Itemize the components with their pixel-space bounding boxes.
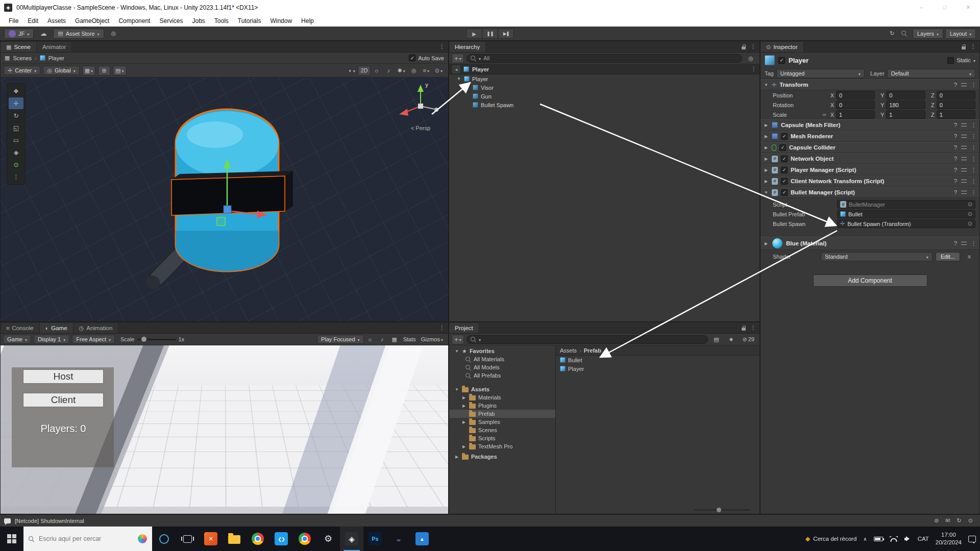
foldout-icon[interactable] [461, 404, 467, 408]
language-indicator[interactable]: CAT [918, 536, 929, 542]
menu-assets[interactable]: Assets [43, 17, 70, 24]
rect-tool[interactable] [9, 134, 23, 146]
hidden-icons-chevron[interactable] [863, 536, 867, 542]
search-highlights-icon[interactable] [138, 534, 147, 543]
object-picker-icon[interactable] [968, 221, 972, 227]
hierarchy-item-player[interactable]: Player [449, 74, 760, 83]
slider-knob[interactable] [141, 337, 146, 342]
component-enabled-checkbox[interactable] [781, 178, 788, 185]
scale-x-field[interactable]: 1 [836, 110, 875, 119]
preset-icon[interactable] [961, 241, 967, 246]
taskbar-search[interactable] [23, 527, 152, 551]
project-packages[interactable]: Packages [449, 453, 555, 461]
project-fav-all-models[interactable]: All Models [449, 363, 555, 371]
taskbar-unity[interactable] [340, 527, 363, 551]
menu-tools[interactable]: Tools [210, 17, 233, 24]
undo-history-button[interactable] [886, 29, 898, 38]
kebab-icon[interactable] [971, 122, 976, 128]
camera-dropdown[interactable] [420, 66, 432, 76]
taskbar-search-input[interactable] [39, 535, 133, 542]
tab-animation[interactable]: Animation [74, 323, 119, 333]
help-icon[interactable] [954, 179, 957, 184]
lock-icon[interactable] [962, 46, 966, 49]
kebab-icon[interactable] [971, 134, 976, 139]
uniform-scale-link-icon[interactable] [821, 112, 828, 117]
increment-snap-button[interactable] [113, 66, 126, 76]
foldout-icon[interactable] [764, 190, 769, 195]
minimize-button[interactable] [910, 0, 933, 15]
target-button[interactable] [108, 29, 120, 38]
preset-icon[interactable] [961, 157, 967, 161]
shader-menu-button[interactable] [963, 252, 975, 262]
foldout-icon[interactable] [764, 179, 769, 184]
static-checkbox[interactable] [947, 57, 954, 64]
taskbar-explorer[interactable] [223, 527, 246, 551]
menu-component[interactable]: Component [114, 17, 155, 24]
refresh-icon[interactable] [957, 518, 962, 523]
help-icon[interactable] [954, 190, 957, 195]
project-fav-all-prefabs[interactable]: All Prefabs [449, 371, 555, 380]
project-folder-plugins[interactable]: Plugins [449, 402, 555, 410]
asset-player[interactable]: Player [556, 364, 760, 373]
asset-bullet[interactable]: Bullet [556, 356, 760, 364]
search-button[interactable] [898, 29, 911, 38]
help-icon[interactable] [954, 241, 957, 246]
scene-viewport[interactable]: y < Persp [1, 78, 448, 321]
hierarchy-item-bullet-spawn[interactable]: Bullet Spawn [449, 101, 760, 109]
grid-snap-button[interactable] [82, 66, 95, 76]
task-view-button[interactable] [176, 527, 199, 551]
axis-gizmo[interactable]: y < Persp [399, 82, 438, 131]
effects-dropdown[interactable] [395, 66, 408, 76]
menu-file[interactable]: File [4, 17, 23, 24]
project-folder-assets[interactable]: Assets [449, 385, 555, 393]
taskbar-photoshop[interactable]: Ps [363, 527, 387, 551]
preset-icon[interactable] [961, 145, 967, 150]
foldout-icon[interactable] [461, 444, 467, 449]
kebab-icon[interactable] [971, 82, 976, 88]
clock[interactable]: 17:00 20/2/2024 [936, 531, 962, 546]
lighting-toggle[interactable] [371, 66, 383, 76]
battery-icon[interactable] [874, 537, 883, 541]
help-icon[interactable] [954, 122, 957, 128]
kebab-icon[interactable] [971, 190, 976, 195]
component-header-bullet-manager[interactable]: Bullet Manager (Script) [761, 187, 979, 198]
create-asset-button[interactable] [452, 335, 464, 344]
project-folder-materials[interactable]: Materials [449, 393, 555, 402]
tab-console[interactable]: Console [1, 323, 40, 333]
lock-icon[interactable] [742, 328, 746, 331]
kebab-icon[interactable] [971, 156, 976, 162]
taskbar-chrome[interactable] [246, 527, 270, 551]
taskbar-app-1[interactable] [199, 527, 223, 551]
position-z-field[interactable]: 0 [937, 91, 975, 99]
bullet-spawn-object-field[interactable]: Bullet Spawn (Transform) [837, 219, 975, 228]
start-button[interactable] [0, 527, 23, 551]
client-button[interactable]: Client [23, 393, 104, 407]
orientation-dropdown[interactable]: Global [43, 66, 79, 75]
game-viewport[interactable]: Host Client Players: 0 [1, 345, 448, 514]
object-picker-icon[interactable] [968, 202, 972, 207]
foldout-icon[interactable] [764, 168, 769, 172]
component-enabled-checkbox[interactable] [781, 133, 788, 140]
foldout-icon[interactable] [764, 157, 769, 161]
asset-store-dropdown[interactable]: Asset Store [53, 29, 104, 39]
account-dropdown[interactable]: JF [4, 29, 34, 39]
menu-window[interactable]: Window [265, 17, 297, 24]
help-icon[interactable] [954, 167, 957, 173]
scale-y-field[interactable]: 1 [886, 110, 925, 119]
project-folder-scenes[interactable]: Scenes [449, 426, 555, 434]
maximize-button[interactable] [933, 0, 957, 15]
icon-size-slider[interactable] [694, 509, 750, 511]
scale-z-field[interactable]: 1 [937, 110, 975, 119]
open-asset-button[interactable] [710, 335, 723, 344]
hierarchy-item-gun[interactable]: Gun [449, 92, 760, 101]
taskbar-vscode[interactable] [270, 527, 293, 551]
kebab-icon[interactable] [971, 167, 976, 173]
close-button[interactable] [957, 0, 980, 15]
bullet-prefab-object-field[interactable]: Bullet [837, 210, 975, 218]
panel-menu-icon[interactable] [750, 325, 756, 331]
search-filter-caret[interactable] [479, 336, 481, 342]
help-icon[interactable] [954, 82, 957, 88]
component-enabled-checkbox[interactable] [779, 144, 786, 151]
help-icon[interactable] [954, 134, 957, 139]
preset-icon[interactable] [961, 83, 967, 87]
